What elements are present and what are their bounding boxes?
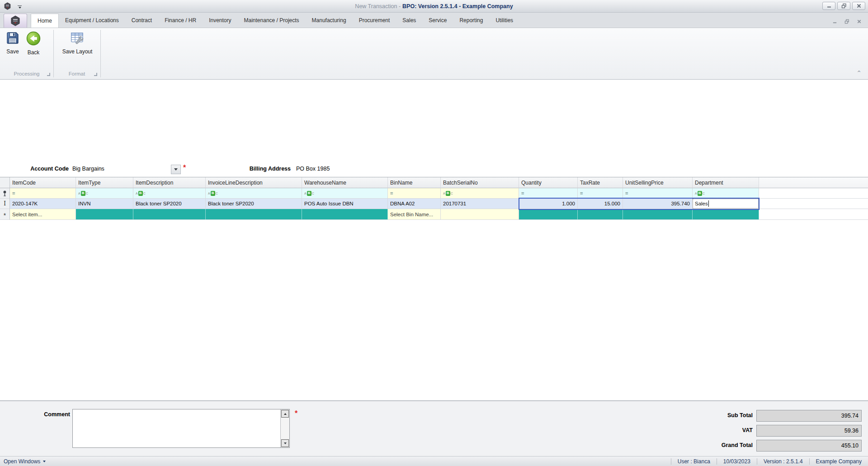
row-cell-warehousename[interactable]: POS Auto Issue DBN (302, 199, 388, 209)
account-code-value[interactable]: Big Bargains (72, 166, 104, 172)
account-code-dropdown-button[interactable] (171, 165, 181, 174)
new-row-cell-warehousename[interactable] (302, 209, 388, 220)
comment-textarea[interactable] (72, 409, 290, 448)
tab-utilities[interactable]: Utilities (489, 14, 519, 28)
tab-sales[interactable]: Sales (396, 14, 422, 28)
tab-contract[interactable]: Contract (125, 14, 158, 28)
column-header-batchserialno[interactable]: BatchSerialNo (441, 177, 519, 188)
new-row-cell-itemtype[interactable] (76, 209, 133, 220)
filter-equals-icon: = (12, 190, 15, 196)
filter-pin-icon (3, 190, 7, 196)
save-button[interactable]: Save (3, 31, 23, 55)
filter-cell-binname[interactable]: = (388, 188, 441, 199)
inline-cell-editor[interactable]: Sales (693, 199, 759, 209)
window-title: New Transaction - BPO: Version 2.5.1.4 -… (0, 0, 868, 12)
column-header-warehousename[interactable]: WarehouseName (302, 177, 388, 188)
processing-dialog-launcher-icon[interactable] (47, 73, 50, 76)
tab-equipment-locations[interactable]: Equipment / Locations (59, 14, 125, 28)
window-controls (822, 2, 865, 10)
grid-new-row[interactable]: *Select item...Select Bin Name... (0, 209, 868, 220)
group-caption-processing: Processing (0, 68, 53, 79)
row-cell-itemdescription[interactable]: Black toner SP2020 (133, 199, 206, 209)
filter-cell-itemdescription[interactable]: ABC (133, 188, 206, 199)
column-header-itemcode[interactable]: ItemCode (10, 177, 76, 188)
title-bar: New Transaction - BPO: Version 2.5.1.4 -… (0, 0, 868, 13)
column-header-unitsellingprice[interactable]: UnitSellingPrice (623, 177, 693, 188)
filter-abc-icon: ABC (443, 191, 453, 196)
row-cell-department[interactable]: Sales (693, 199, 759, 209)
new-row-cell-batchserialno[interactable] (441, 209, 519, 220)
tab-manufacturing[interactable]: Manufacturing (306, 14, 353, 28)
filter-cell-warehousename[interactable]: ABC (302, 188, 388, 199)
new-row-cell-taxrate[interactable] (578, 209, 623, 220)
total-field-grand-total: 455.10 (756, 440, 862, 452)
tab-inventory[interactable]: Inventory (203, 14, 237, 28)
tab-reporting[interactable]: Reporting (453, 14, 489, 28)
new-row-cell-itemcode[interactable]: Select item... (10, 209, 76, 220)
new-row-cell-invoicelinedescription[interactable] (206, 209, 302, 220)
column-header-binname[interactable]: BinName (388, 177, 441, 188)
new-row-cell-department[interactable] (693, 209, 759, 220)
row-cell-itemtype[interactable]: INVN (76, 199, 133, 209)
row-cell-taxrate[interactable]: 15.000 (578, 199, 623, 209)
column-header-quantity[interactable]: Quantity (519, 177, 578, 188)
filter-cell-batchserialno[interactable]: ABC (441, 188, 519, 199)
tab-home[interactable]: Home (31, 14, 59, 28)
filter-abc-icon: ABC (695, 191, 705, 196)
save-layout-button[interactable]: Save Layout (58, 31, 97, 55)
save-layout-icon (70, 31, 85, 45)
column-header-taxrate[interactable]: TaxRate (578, 177, 623, 188)
editor-text: Sales (695, 201, 708, 206)
mdi-close-icon[interactable] (857, 19, 862, 24)
app-window: New Transaction - BPO: Version 2.5.1.4 -… (0, 0, 868, 466)
row-cell-itemcode[interactable]: 2020-147K (10, 199, 76, 209)
row-cell-binname[interactable]: DBNA A02 (388, 199, 441, 209)
mdi-window-controls (832, 19, 868, 28)
new-row-cell-itemdescription[interactable] (133, 209, 206, 220)
application-menu-button[interactable] (4, 14, 27, 28)
filter-cell-unitsellingprice[interactable]: = (623, 188, 693, 199)
scroll-down-button[interactable] (281, 439, 289, 447)
row-cell-batchserialno[interactable]: 20170731 (441, 199, 519, 209)
restore-button[interactable] (837, 2, 850, 10)
column-header-itemtype[interactable]: ItemType (76, 177, 133, 188)
new-row-cell-quantity[interactable] (519, 209, 578, 220)
invoice-lines-grid: ItemCodeItemTypeItemDescriptionInvoiceLi… (0, 177, 868, 401)
new-row-cell-binname[interactable]: Select Bin Name... (388, 209, 441, 220)
filter-cell-quantity[interactable]: = (519, 188, 578, 199)
row-cell-quantity[interactable]: 1.000 (519, 199, 578, 209)
filter-cell-itemcode[interactable]: = (10, 188, 76, 199)
collapse-ribbon-icon[interactable]: ⌃ (856, 69, 862, 76)
back-icon (26, 31, 41, 46)
mdi-restore-icon[interactable] (844, 19, 849, 24)
column-header-department[interactable]: Department (693, 177, 759, 188)
close-button[interactable] (852, 2, 865, 10)
row-cell-unitsellingprice[interactable]: 395.740 (623, 199, 693, 209)
comment-scrollbar[interactable] (280, 409, 289, 447)
minimize-button[interactable] (822, 2, 835, 10)
filter-equals-icon: = (521, 190, 524, 196)
tab-maintenance-projects[interactable]: Maintenance / Projects (238, 14, 306, 28)
new-row-cell-unitsellingprice[interactable] (623, 209, 693, 220)
column-header-invoicelinedescription[interactable]: InvoiceLineDescription (206, 177, 302, 188)
column-header-itemdescription[interactable]: ItemDescription (133, 177, 206, 188)
scroll-up-button[interactable] (281, 410, 289, 418)
open-windows-button[interactable]: Open Windows (4, 458, 46, 465)
mdi-minimize-icon[interactable] (832, 19, 837, 24)
filter-cell-taxrate[interactable]: = (578, 188, 623, 199)
row-cell-invoicelinedescription[interactable]: Black toner SP2020 (206, 199, 302, 209)
format-dialog-launcher-icon[interactable] (94, 73, 97, 76)
minimize-icon (826, 3, 832, 9)
filter-cell-department[interactable]: ABC (693, 188, 759, 199)
tab-procurement[interactable]: Procurement (353, 14, 396, 28)
tab-service[interactable]: Service (422, 14, 453, 28)
grid-data-row[interactable]: I2020-147KINVNBlack toner SP2020Black to… (0, 199, 868, 209)
total-label-grand-total: Grand Total (656, 442, 753, 448)
chevron-down-icon (174, 168, 178, 171)
grid-header-indicator-cell (0, 177, 10, 188)
back-button[interactable]: Back (24, 31, 43, 56)
transaction-header-form: Account Code Big Bargains * Customer Nam… (0, 80, 868, 177)
filter-cell-invoicelinedescription[interactable]: ABC (206, 188, 302, 199)
tab-finance-hr[interactable]: Finance / HR (158, 14, 203, 28)
filter-cell-itemtype[interactable]: ABC (76, 188, 133, 199)
